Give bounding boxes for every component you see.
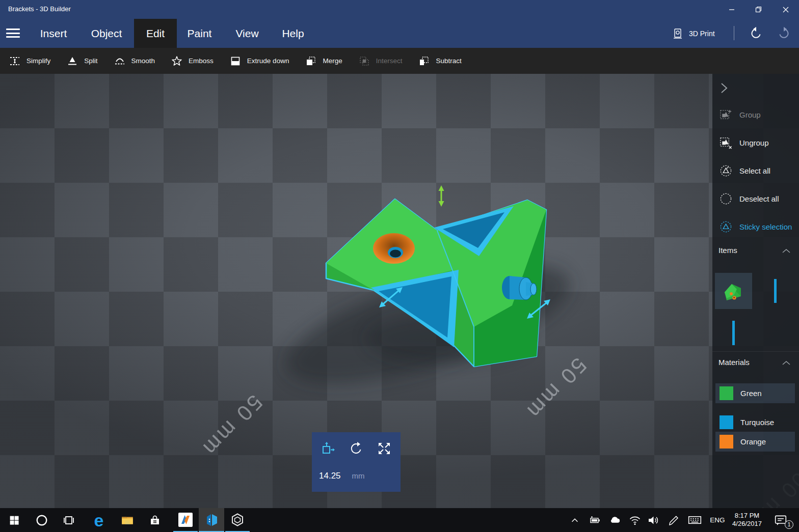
date-label: 4/26/2017 (728, 520, 766, 528)
dimension-value[interactable]: 14.25 (319, 471, 341, 481)
redo-icon (777, 26, 791, 40)
hexagon-app-button[interactable] (225, 508, 250, 532)
3d-print-button[interactable]: 3D Print (672, 19, 715, 48)
merge-icon (305, 55, 316, 67)
menu-paint[interactable]: Paint (181, 19, 218, 48)
deselect-all-icon (720, 192, 732, 205)
edge-browser-button[interactable]: e (88, 508, 110, 532)
group-icon (720, 108, 732, 121)
volume-icon (647, 514, 659, 526)
materials-section-header[interactable]: Materials (712, 358, 799, 367)
split-icon (67, 55, 78, 67)
menu-view[interactable]: View (229, 19, 265, 48)
titlebar: Brackets - 3D Builder (0, 0, 799, 19)
touch-keyboard-button[interactable] (684, 508, 705, 532)
item-thumbnail-bracket[interactable] (715, 273, 752, 309)
rotate-icon (349, 441, 363, 456)
extrude-down-icon (230, 55, 241, 67)
move-icon (321, 441, 335, 456)
deselect-all-button[interactable]: Deselect all (712, 190, 799, 207)
toolbar-button-split[interactable]: Split (67, 55, 97, 67)
time-label: 8:17 PM (728, 512, 766, 520)
material-row-green[interactable]: Green (715, 383, 795, 403)
scale-tool-button[interactable] (377, 441, 391, 458)
items-section-header[interactable]: Items (712, 246, 799, 255)
volume-status[interactable] (644, 508, 662, 532)
battery-charging-icon (589, 514, 601, 526)
pen-status[interactable] (664, 508, 683, 532)
sticky-selection-icon (720, 220, 732, 233)
wifi-status[interactable] (626, 508, 644, 532)
3d-builder-app-button[interactable] (199, 508, 224, 532)
task-view-button[interactable] (58, 508, 79, 532)
tray-expand-button[interactable] (567, 508, 583, 532)
file-explorer-button[interactable] (116, 508, 139, 532)
toolbar-label: Merge (323, 57, 342, 65)
minimize-button[interactable] (718, 0, 745, 19)
redo-button[interactable] (777, 26, 792, 41)
ungroup-button[interactable]: Ungroup (712, 134, 799, 151)
item-thumbnail-peg-1[interactable] (774, 279, 777, 303)
menu-object[interactable]: Object (84, 19, 129, 48)
menu-edit[interactable]: Edit (134, 19, 177, 48)
3d-viewport[interactable]: 50 mm 50 mm 100 mm (0, 74, 799, 508)
menu-insert[interactable]: Insert (34, 19, 73, 48)
material-label: Turquoise (740, 418, 774, 427)
menubar-divider (734, 26, 734, 40)
language-label: ENG (710, 516, 725, 524)
toolbar-button-merge[interactable]: Merge (305, 55, 342, 67)
onedrive-status[interactable] (605, 508, 624, 532)
ungroup-label: Ungroup (739, 138, 769, 147)
subtract-icon (418, 55, 430, 67)
toolbar-label: Subtract (436, 57, 461, 65)
store-button[interactable] (144, 508, 166, 532)
hamburger-menu-button[interactable] (6, 27, 20, 39)
countersink-hole-dark (390, 250, 401, 258)
toolbar-button-smooth[interactable]: Smooth (114, 55, 155, 67)
material-row-orange[interactable]: Orange (715, 432, 795, 452)
toolbar-label: Simplify (26, 57, 50, 65)
language-indicator[interactable]: ENG (707, 508, 728, 532)
toolbar-button-subtract[interactable]: Subtract (418, 55, 461, 67)
app-button-blue-orange[interactable] (173, 508, 198, 532)
scale-handle-up[interactable] (439, 185, 444, 207)
material-row-turquoise[interactable]: Turquoise (715, 412, 795, 432)
panel-collapse-button[interactable] (716, 81, 731, 95)
select-all-label: Select all (739, 166, 770, 175)
restore-button[interactable] (745, 0, 772, 19)
battery-status[interactable] (586, 508, 604, 532)
3d-builder-window: Brackets - 3D Builder Insert Object Edit (0, 0, 799, 532)
material-label: Orange (740, 437, 766, 446)
rotate-tool-button[interactable] (349, 441, 363, 458)
sticky-selection-button[interactable]: Sticky selection (712, 218, 799, 235)
group-button: Group (712, 106, 799, 123)
undo-button[interactable] (749, 26, 764, 41)
chevron-up-icon (570, 516, 579, 525)
floor-label-50mm-left: 50 mm (197, 390, 267, 461)
start-button[interactable] (5, 508, 23, 532)
item-thumbnail-peg-2[interactable] (732, 321, 735, 345)
turquoise-swatch (720, 415, 733, 429)
pen-icon (668, 514, 680, 526)
move-tool-button[interactable] (321, 441, 335, 458)
cortana-button[interactable] (32, 508, 52, 532)
toolbar-button-extrude-down[interactable]: Extrude down (230, 55, 289, 67)
clock[interactable]: 8:17 PM 4/26/2017 (728, 512, 766, 528)
material-label: Green (740, 389, 762, 398)
deselect-all-label: Deselect all (739, 194, 779, 203)
chevron-up-icon[interactable] (782, 247, 791, 256)
toolbar-label: Emboss (189, 57, 214, 65)
hamburger-icon (6, 29, 20, 30)
select-all-button[interactable]: Select all (712, 162, 799, 179)
toolbar-label: Smooth (131, 57, 155, 65)
green-swatch (720, 386, 733, 400)
toolbar-button-emboss[interactable]: Emboss (171, 55, 214, 67)
sticky-selection-label: Sticky selection (739, 222, 792, 231)
menu-help[interactable]: Help (275, 19, 311, 48)
edit-side-panel: Group Ungroup Select all (712, 74, 799, 508)
3d-print-label: 3D Print (689, 30, 715, 38)
toolbar-button-simplify[interactable]: Simplify (9, 55, 50, 67)
3d-builder-icon (204, 512, 219, 527)
chevron-up-icon[interactable] (782, 359, 791, 368)
close-button[interactable] (772, 0, 799, 19)
